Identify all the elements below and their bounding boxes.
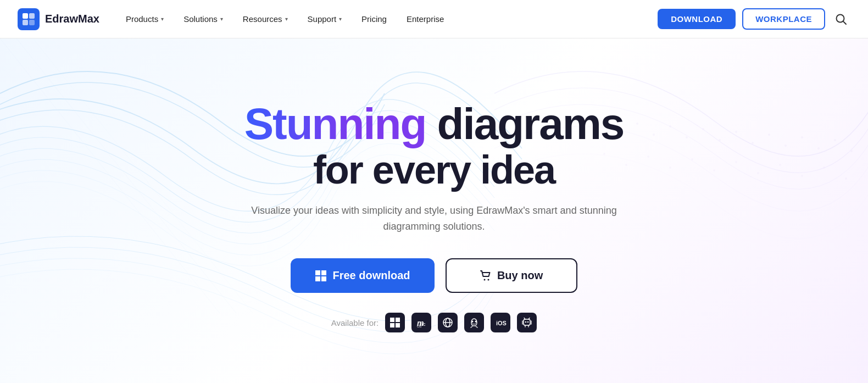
svg-rect-38 bbox=[321, 270, 326, 275]
svg-line-5 bbox=[843, 21, 847, 24]
download-button[interactable]: DOWNLOAD bbox=[658, 9, 736, 29]
svg-point-36 bbox=[845, 177, 847, 180]
nav-item-solutions[interactable]: Solutions ▾ bbox=[175, 10, 232, 28]
svg-point-32 bbox=[757, 172, 759, 174]
svg-point-35 bbox=[823, 166, 825, 169]
brand-logo-icon bbox=[18, 8, 40, 30]
svg-rect-46 bbox=[396, 323, 400, 328]
chevron-down-icon: ▾ bbox=[161, 16, 164, 22]
svg-point-34 bbox=[801, 175, 803, 177]
hero-content: Stunning diagrams for every idea Visuali… bbox=[219, 67, 649, 355]
hero-title-line2: for every idea bbox=[236, 148, 632, 192]
workplace-button[interactable]: WORKPLACE bbox=[742, 8, 825, 30]
svg-rect-0 bbox=[23, 13, 28, 19]
svg-point-55 bbox=[471, 321, 472, 323]
nav-item-resources[interactable]: Resources ▾ bbox=[234, 10, 297, 28]
svg-text:iOS: iOS bbox=[496, 320, 507, 326]
svg-point-41 bbox=[483, 279, 485, 280]
platform-ios-icon: iOS bbox=[491, 313, 510, 332]
chevron-down-icon: ▾ bbox=[339, 16, 342, 22]
svg-line-6 bbox=[0, 38, 220, 313]
available-label: Available for: bbox=[331, 318, 379, 328]
svg-point-30 bbox=[713, 169, 715, 171]
nav-item-pricing[interactable]: Pricing bbox=[353, 10, 396, 28]
svg-point-16 bbox=[719, 139, 721, 141]
nav-item-enterprise[interactable]: Enterprise bbox=[398, 10, 453, 28]
svg-point-13 bbox=[669, 125, 671, 127]
platform-macos-icon: m ac OS bbox=[411, 313, 431, 332]
platform-web-icon bbox=[438, 313, 458, 332]
search-icon bbox=[835, 13, 847, 25]
svg-rect-1 bbox=[29, 13, 35, 19]
svg-point-22 bbox=[817, 147, 820, 149]
hero-subtitle: Visualize your ideas with simplicity and… bbox=[236, 203, 632, 235]
svg-rect-44 bbox=[396, 318, 400, 322]
svg-point-31 bbox=[735, 161, 737, 163]
svg-point-56 bbox=[476, 321, 477, 323]
svg-rect-37 bbox=[315, 270, 320, 275]
navbar: EdrawMax Products ▾ Solutions ▾ Resource… bbox=[0, 0, 868, 38]
cart-icon bbox=[480, 270, 492, 282]
svg-rect-45 bbox=[390, 323, 394, 328]
svg-point-23 bbox=[834, 139, 836, 141]
svg-point-42 bbox=[487, 279, 489, 280]
svg-rect-2 bbox=[23, 20, 28, 25]
svg-point-28 bbox=[669, 166, 671, 169]
chevron-down-icon: ▾ bbox=[220, 16, 223, 22]
hero-title: Stunning diagrams for every idea bbox=[236, 100, 632, 192]
svg-point-14 bbox=[686, 136, 688, 138]
brand-logo-link[interactable]: EdrawMax bbox=[18, 8, 99, 30]
svg-rect-40 bbox=[321, 276, 326, 281]
svg-point-21 bbox=[801, 136, 803, 138]
svg-rect-43 bbox=[390, 318, 394, 322]
svg-point-15 bbox=[702, 128, 704, 130]
search-button[interactable] bbox=[832, 10, 850, 29]
svg-point-19 bbox=[768, 134, 770, 136]
free-download-button[interactable]: Free download bbox=[291, 258, 434, 293]
svg-point-12 bbox=[653, 134, 655, 136]
nav-item-products[interactable]: Products ▾ bbox=[117, 10, 173, 28]
chevron-down-icon: ▾ bbox=[285, 16, 288, 22]
hero-title-word-diagrams: diagrams bbox=[437, 99, 624, 148]
svg-text:OS: OS bbox=[417, 325, 421, 328]
platform-windows-icon bbox=[385, 313, 405, 332]
hero-title-word-stunning: Stunning bbox=[244, 99, 426, 148]
svg-point-24 bbox=[850, 150, 853, 152]
platform-linux-icon bbox=[464, 313, 484, 332]
navbar-actions: DOWNLOAD WORKPLACE bbox=[658, 8, 850, 30]
svg-line-7 bbox=[16, 38, 236, 313]
svg-rect-39 bbox=[315, 276, 320, 281]
nav-items: Products ▾ Solutions ▾ Resources ▾ Suppo… bbox=[117, 10, 658, 28]
brand-name: EdrawMax bbox=[45, 13, 99, 25]
hero-buttons: Free download Buy now bbox=[236, 258, 632, 293]
svg-point-29 bbox=[691, 158, 693, 160]
svg-point-20 bbox=[784, 145, 787, 147]
hero-section: Stunning diagrams for every idea Visuali… bbox=[0, 38, 868, 383]
svg-point-61 bbox=[527, 321, 528, 323]
windows-icon bbox=[315, 270, 327, 282]
svg-point-17 bbox=[735, 131, 737, 133]
nav-item-support[interactable]: Support ▾ bbox=[299, 10, 351, 28]
svg-point-33 bbox=[779, 164, 781, 166]
buy-now-button[interactable]: Buy now bbox=[446, 258, 577, 293]
available-platforms-row: Available for: m ac OS bbox=[236, 313, 632, 332]
platform-android-icon bbox=[517, 313, 537, 332]
svg-point-18 bbox=[752, 142, 754, 144]
svg-point-60 bbox=[525, 321, 526, 323]
svg-rect-3 bbox=[29, 20, 35, 25]
